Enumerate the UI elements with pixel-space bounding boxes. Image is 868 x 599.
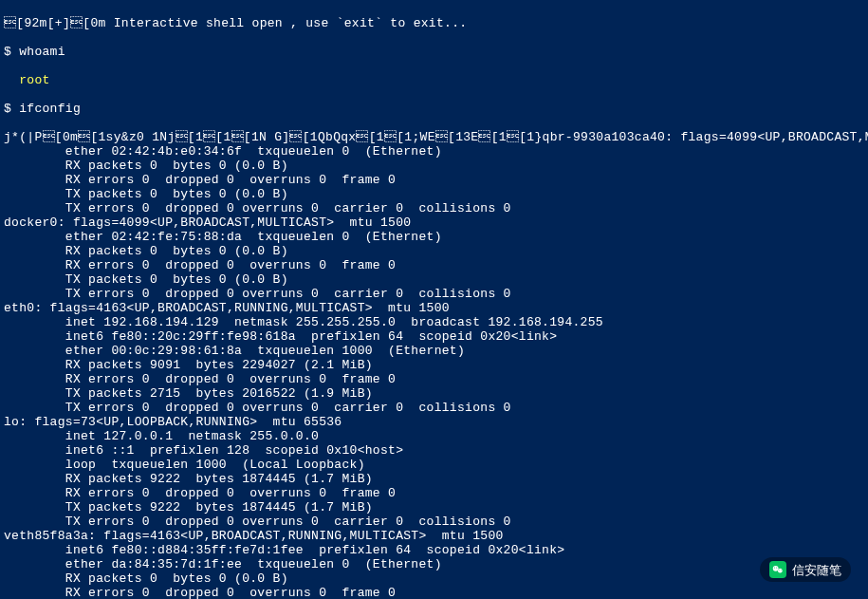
iface-header: veth85f8a3a: flags=4163<UP,BROADCAST,RUN… [4,529,864,543]
iface-detail: TX errors 0 dropped 0 overruns 0 carrier… [4,401,864,415]
iface-detail: RX errors 0 dropped 0 overruns 0 frame 0 [4,258,864,272]
iface-detail: loop txqueuelen 1000 (Local Loopback) [4,458,864,472]
iface-detail: RX errors 0 dropped 0 overruns 0 frame 0 [4,586,864,599]
svg-point-1 [778,569,783,573]
iface-header: lo: flags=73<UP,LOOPBACK,RUNNING> mtu 65… [4,415,864,429]
iface-detail: ether 02:42:fe:75:88:da txqueuelen 0 (Et… [4,230,864,244]
iface-detail: inet 127.0.0.1 netmask 255.0.0.0 [4,429,864,443]
iface-detail: TX packets 0 bytes 0 (0.0 B) [4,187,864,201]
iface-detail: TX errors 0 dropped 0 overruns 0 carrier… [4,287,864,301]
iface-detail: RX packets 9091 bytes 2294027 (2.1 MiB) [4,358,864,372]
prompt-ifconfig: $ ifconfig [4,102,864,116]
iface-detail: inet6 ::1 prefixlen 128 scopeid 0x10<hos… [4,443,864,458]
iface-detail: TX packets 0 bytes 0 (0.0 B) [4,272,864,287]
iface-detail: TX errors 0 dropped 0 overruns 0 carrier… [4,515,864,529]
iface-detail: RX packets 0 bytes 0 (0.0 B) [4,244,864,258]
svg-point-4 [779,570,780,571]
watermark-text: 信安随笔 [792,563,841,577]
whoami-result: root [4,73,864,87]
svg-point-2 [774,567,775,568]
terminal-output[interactable]: [92m[+][0m Interactive shell open , us… [0,0,868,599]
svg-point-5 [781,570,782,571]
iface-detail: TX packets 9222 bytes 1874445 (1.7 MiB) [4,500,864,515]
wechat-icon [769,561,786,578]
iface-detail: inet6 fe80::20c:29ff:fe98:618a prefixlen… [4,329,864,344]
iface-detail: RX packets 9222 bytes 1874445 (1.7 MiB) [4,472,864,486]
prompt-whoami: $ whoami [4,45,864,59]
svg-point-0 [773,566,779,571]
iface-detail: ether 02:42:4b:e0:34:6f txqueuelen 0 (Et… [4,144,864,159]
iface-header: eth0: flags=4163<UP,BROADCAST,RUNNING,MU… [4,301,864,315]
iface-detail: RX errors 0 dropped 0 overruns 0 frame 0 [4,372,864,386]
iface-header: j*(|P[0m[1sy&z0 1Nj[1[1[1N G][1QbQ… [4,130,864,144]
iface-detail: ether da:84:35:7d:1f:ee txqueuelen 0 (Et… [4,557,864,571]
iface-detail: inet6 fe80::d884:35ff:fe7d:1fee prefixle… [4,543,864,557]
iface-detail: TX errors 0 dropped 0 overruns 0 carrier… [4,201,864,215]
iface-detail: TX packets 2715 bytes 2016522 (1.9 MiB) [4,386,864,401]
svg-point-3 [776,567,777,568]
iface-detail: inet 192.168.194.129 netmask 255.255.255… [4,315,864,329]
iface-header: docker0: flags=4099<UP,BROADCAST,MULTICA… [4,215,864,230]
iface-detail: RX packets 0 bytes 0 (0.0 B) [4,571,864,586]
iface-detail: ether 00:0c:29:98:61:8a txqueuelen 1000 … [4,344,864,358]
watermark: 信安随笔 [760,557,851,582]
iface-detail: RX packets 0 bytes 0 (0.0 B) [4,159,864,173]
intro-line: [92m[+][0m Interactive shell open , us… [4,16,864,30]
iface-detail: RX errors 0 dropped 0 overruns 0 frame 0 [4,173,864,187]
iface-detail: RX errors 0 dropped 0 overruns 0 frame 0 [4,486,864,500]
